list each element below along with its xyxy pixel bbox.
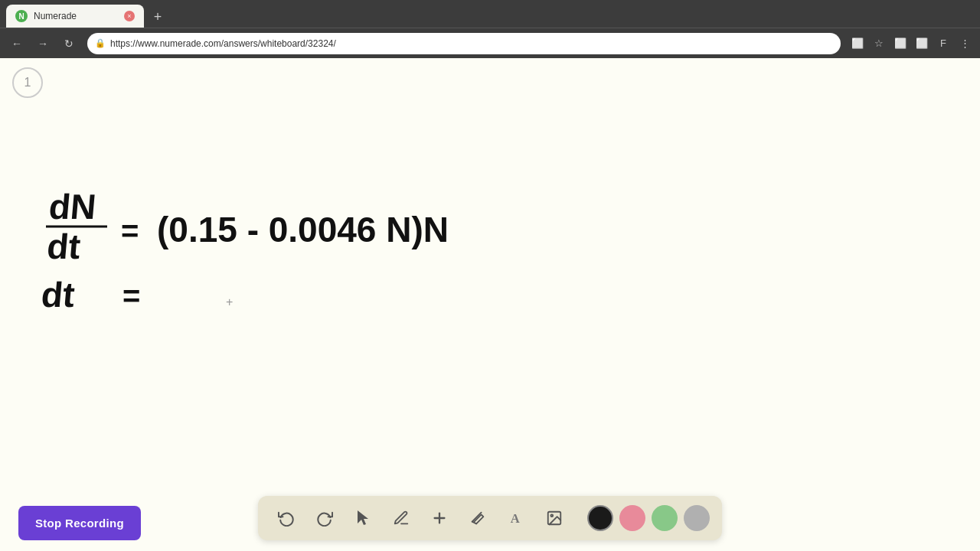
menu-button[interactable]: ⋮: [956, 34, 974, 53]
undo-button[interactable]: [270, 502, 302, 534]
svg-line-10: [472, 522, 477, 524]
tab-favicon: N: [15, 10, 28, 22]
tab-close-button[interactable]: ×: [124, 11, 135, 21]
svg-text:(0.15 - 0.0046 N)N: (0.15 - 0.0046 N)N: [157, 210, 449, 249]
forward-button[interactable]: →: [32, 33, 54, 54]
nav-bar: ← → ↻ 🔒 https://www.numerade.com/answers…: [0, 28, 980, 58]
stop-recording-button[interactable]: Stop Recording: [18, 506, 141, 540]
eraser-tool-button[interactable]: [462, 502, 494, 534]
svg-text:dt: dt: [40, 275, 77, 315]
select-tool-button[interactable]: [347, 502, 379, 534]
tab-title: Numerade: [34, 11, 118, 21]
pen-tool-button[interactable]: [385, 502, 417, 534]
whiteboard-math-area: dN dt = (0.15 - 0.0046 N)N dt =: [31, 173, 490, 344]
svg-text:=: =: [121, 214, 139, 248]
url-text: https://www.numerade.com/answers/whitebo…: [110, 38, 833, 49]
math-equation-svg: dN dt = (0.15 - 0.0046 N)N dt =: [31, 173, 490, 341]
tab-bar: N Numerade × +: [0, 0, 980, 28]
address-bar[interactable]: 🔒 https://www.numerade.com/answers/white…: [87, 33, 841, 54]
extension-icon-4[interactable]: F: [934, 34, 952, 53]
color-black-button[interactable]: [587, 505, 613, 531]
color-pink-button[interactable]: [619, 505, 645, 531]
browser-action-icons: ⬜ ☆ ⬜ ⬜ F ⋮: [848, 34, 974, 53]
svg-text:dt: dt: [45, 227, 82, 266]
color-gray-button[interactable]: [684, 505, 710, 531]
bookmark-icon[interactable]: ☆: [870, 34, 888, 53]
page-number-badge: 1: [12, 67, 43, 98]
text-tool-button[interactable]: A: [500, 502, 532, 534]
redo-button[interactable]: [309, 502, 341, 534]
extension-icon-2[interactable]: ⬜: [891, 34, 910, 53]
color-green-button[interactable]: [652, 505, 678, 531]
extension-icon-1[interactable]: ⬜: [848, 34, 867, 53]
svg-text:dN: dN: [47, 187, 98, 227]
svg-text:=: =: [122, 279, 140, 313]
new-tab-button[interactable]: +: [147, 6, 168, 28]
image-tool-button[interactable]: [538, 502, 570, 534]
page-content: 1 dN dt = (0.15 - 0.0046 N)N dt = + Stop…: [0, 58, 980, 551]
add-element-button[interactable]: [423, 502, 456, 534]
lock-icon: 🔒: [95, 38, 106, 48]
svg-text:A: A: [511, 511, 520, 526]
svg-point-13: [550, 514, 553, 517]
drawing-toolbar: A: [258, 496, 722, 540]
active-tab[interactable]: N Numerade ×: [6, 5, 144, 28]
svg-marker-7: [358, 510, 368, 525]
back-button[interactable]: ←: [6, 33, 28, 54]
extension-icon-3[interactable]: ⬜: [913, 34, 931, 53]
refresh-button[interactable]: ↻: [58, 33, 80, 54]
browser-chrome: N Numerade × + ← → ↻ 🔒 https://www.numer…: [0, 0, 980, 58]
